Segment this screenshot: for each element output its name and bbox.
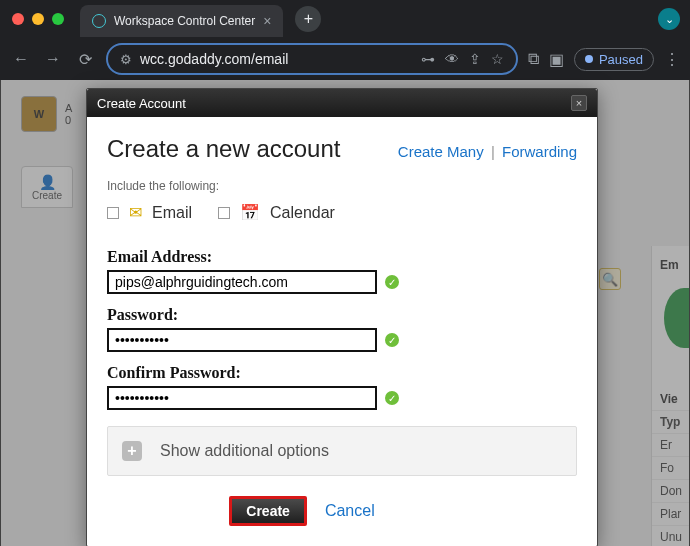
window-close-icon[interactable] <box>12 13 24 25</box>
email-input[interactable] <box>107 270 377 294</box>
tab-title: Workspace Control Center <box>114 14 255 28</box>
modal-titlebar: Create Account × <box>87 89 597 117</box>
reload-button[interactable]: ⟳ <box>74 50 96 69</box>
password-input[interactable] <box>107 328 377 352</box>
back-button[interactable]: ← <box>10 50 32 68</box>
check-icon: ✓ <box>385 275 399 289</box>
calendar-icon: 📅 <box>240 203 260 222</box>
extensions-icon[interactable]: ⧉ <box>528 50 539 68</box>
include-email-checkbox[interactable] <box>107 207 119 219</box>
include-label: Include the following: <box>107 179 577 193</box>
key-icon[interactable]: ⊶ <box>421 51 435 67</box>
create-many-link[interactable]: Create Many <box>398 143 484 160</box>
modal-heading: Create a new account <box>107 135 340 163</box>
site-settings-icon[interactable]: ⚙ <box>120 52 132 67</box>
forward-button[interactable]: → <box>42 50 64 68</box>
window-zoom-icon[interactable] <box>52 13 64 25</box>
window-minimize-icon[interactable] <box>32 13 44 25</box>
tabs-dropdown-icon[interactable]: ⌄ <box>658 8 680 30</box>
browser-tab[interactable]: Workspace Control Center × <box>80 5 283 37</box>
browser-chrome: Workspace Control Center × + ⌄ ← → ⟳ ⚙ w… <box>0 0 690 80</box>
show-additional-options[interactable]: + Show additional options <box>107 426 577 476</box>
modal-window-title: Create Account <box>97 96 186 111</box>
email-label: Email Address: <box>107 248 577 266</box>
share-icon[interactable]: ⇪ <box>469 51 481 67</box>
browser-toolbar: ← → ⟳ ⚙ wcc.godaddy.com/email ⊶ 👁 ⇪ ☆ ⧉ … <box>0 38 690 80</box>
check-icon: ✓ <box>385 333 399 347</box>
check-icon: ✓ <box>385 391 399 405</box>
sidepanel-icon[interactable]: ▣ <box>549 50 564 69</box>
modal-links: Create Many | Forwarding <box>398 143 577 160</box>
modal-close-button[interactable]: × <box>571 95 587 111</box>
tab-close-icon[interactable]: × <box>263 13 271 29</box>
star-icon[interactable]: ☆ <box>491 51 504 67</box>
create-button[interactable]: Create <box>229 496 307 526</box>
traffic-lights <box>12 13 64 25</box>
kebab-menu-icon[interactable]: ⋮ <box>664 50 680 69</box>
favicon-icon <box>92 14 106 28</box>
forwarding-link[interactable]: Forwarding <box>502 143 577 160</box>
profile-paused-pill[interactable]: Paused <box>574 48 654 71</box>
confirm-password-input[interactable] <box>107 386 377 410</box>
envelope-icon: ✉ <box>129 203 142 222</box>
address-bar[interactable]: ⚙ wcc.godaddy.com/email ⊶ 👁 ⇪ ☆ <box>106 43 518 75</box>
link-separator: | <box>491 143 495 160</box>
cancel-link[interactable]: Cancel <box>325 502 375 520</box>
include-calendar-checkbox[interactable] <box>218 207 230 219</box>
plus-icon: + <box>122 441 142 461</box>
expander-label: Show additional options <box>160 442 329 460</box>
tab-bar: Workspace Control Center × + ⌄ <box>0 0 690 38</box>
include-email-label: Email <box>152 204 192 222</box>
include-calendar-label: Calendar <box>270 204 335 222</box>
profile-dot-icon <box>585 55 593 63</box>
eye-off-icon[interactable]: 👁 <box>445 51 459 67</box>
url-text: wcc.godaddy.com/email <box>140 51 288 67</box>
password-label: Password: <box>107 306 577 324</box>
paused-label: Paused <box>599 52 643 67</box>
confirm-password-label: Confirm Password: <box>107 364 577 382</box>
create-account-modal: Create Account × Create a new account Cr… <box>86 88 598 546</box>
new-tab-button[interactable]: + <box>295 6 321 32</box>
